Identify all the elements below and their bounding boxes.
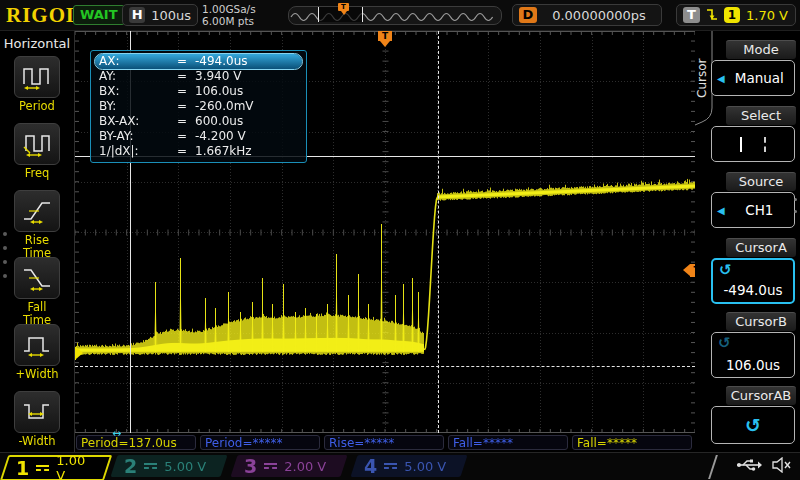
trigger-level-value: 1.70 V [746,8,788,23]
measurement-cell[interactable]: Period=137.0us [76,435,196,450]
measure-item-pos-width[interactable]: +Width [14,324,60,381]
acquisition-status-badge: WAIT [73,5,125,25]
plus-width-icon [22,331,52,359]
measurement-cell[interactable]: Rise=***** [324,435,444,450]
usb-icon [736,458,762,472]
h-expand-icon: ↔ [112,427,121,440]
left-arrow-icon: ◀ [717,205,725,216]
readout-row-ay: AY:=3.940 V [95,69,302,84]
cursor-a-button[interactable]: ↺ -494.0us [711,258,795,304]
menu-scroll-dot [3,246,7,250]
left-arrow-icon: ◀ [717,73,725,84]
measurement-cell[interactable]: Fall=***** [572,435,692,450]
dc-coupling-icon [384,463,397,469]
cursor-a-title: CursorA [726,238,796,257]
overview-trigger-marker: T [338,3,349,11]
cursor-b-title: CursorB [726,312,796,331]
channel-3-badge[interactable]: 3 2.00 V [230,455,347,477]
select-title: Select [726,106,796,125]
horizontal-icon: H [129,7,145,23]
fall-time-icon [22,264,52,292]
measure-item-freq[interactable]: Freq [14,123,60,180]
menu-page-dot [794,198,797,201]
measurement-bar: Period=137.0us Period=***** Rise=***** F… [75,434,695,452]
cursor-b-vline [438,31,439,433]
delay-value: 0.00000000ps [543,8,655,23]
left-menu-title: Horizontal [0,36,74,51]
select-button[interactable] [711,126,795,162]
freq-icon [22,130,52,158]
dc-coupling-icon [144,463,157,469]
channel-4-badge[interactable]: 4 5.00 V [350,455,467,477]
readout-row-ax: AX:=-494.0us [95,54,302,69]
cursor-select-icon [712,127,794,161]
oscilloscope-screen: RIGOL WAIT H 100us 1.00GSa/s 6.00M pts T… [0,0,800,480]
measure-item-rise-time[interactable]: Rise Time [14,190,60,260]
measure-item-period[interactable]: Period [14,56,60,113]
delay-icon: D [519,7,537,23]
menu-page-dot [794,210,797,213]
waveform-overview-bar: T [288,6,502,25]
measurement-cell[interactable]: Fall=***** [448,435,568,450]
cursor-b-hline [75,366,695,367]
rotate-knob-icon: ↺ [718,336,731,350]
cursor-ab-title: CursorAB [726,386,796,405]
timebase-value: 100us [151,8,191,23]
cursor-menu: Cursor Mode ◀ Manual Select Source ◀ CH1… [695,30,800,455]
cursor-readout-box: AX:=-494.0us AY:=3.940 V BX:=106.0us BY:… [90,50,307,163]
menu-scroll-dot [3,274,7,278]
rotate-knob-icon: ↺ [745,418,761,432]
mode-button[interactable]: ◀ Manual [711,60,795,96]
rigol-logo: RIGOL [6,3,81,28]
dc-coupling-icon [264,463,277,469]
measure-item-neg-width[interactable]: -Width [14,391,60,448]
rise-time-icon [22,197,52,225]
trigger-position-marker: T [378,31,392,41]
measure-item-fall-time[interactable]: Fall Time [14,257,60,327]
source-button[interactable]: ◀ CH1 [711,192,795,228]
readout-row-bx: BX:=106.0us [95,84,302,99]
readout-row-by: BY:=-260.0mV [95,99,302,114]
trigger-icon: T [683,7,700,23]
sample-rate-readout: 1.00GSa/s 6.00M pts [202,3,256,27]
speaker-muted-icon [772,457,792,473]
channel-1-badge[interactable]: 1 1.00 V [0,455,112,480]
period-icon [22,63,52,91]
source-title: Source [726,172,796,191]
readout-row-byay: BY-AY:=-4.200 V [95,129,302,144]
timebase-box: H 100us [122,4,198,26]
dc-coupling-icon [36,465,49,471]
separator [708,455,718,479]
memory-depth: 6.00M pts [202,15,256,27]
channel-status-bar: 1 1.00 V 2 5.00 V 3 2.00 V 4 5.00 V [0,452,800,480]
readout-row-bxax: BX-AX:=600.0us [95,114,302,129]
menu-tab-label: Cursor [695,42,711,114]
trigger-box: T 1 1.70 V [676,4,796,26]
falling-edge-icon [706,7,718,23]
status-bar: RIGOL WAIT H 100us 1.00GSa/s 6.00M pts T… [0,0,800,31]
menu-scroll-dot [3,260,7,264]
measurement-cell[interactable]: Period=***** [200,435,320,450]
sample-rate: 1.00GSa/s [202,3,256,15]
cursor-ab-button[interactable]: ↺ [711,406,795,444]
minus-width-icon [22,398,52,426]
cursor-b-button[interactable]: ↺ 106.0us [711,332,795,378]
horizontal-measure-menu: Horizontal Period Freq Rise Time [0,30,75,452]
rotate-knob-icon: ↺ [719,263,732,277]
trigger-source-badge: 1 [724,7,740,23]
delay-box: D 0.00000000ps [512,4,662,26]
mode-title: Mode [726,40,796,59]
channel-2-badge[interactable]: 2 5.00 V [110,455,227,477]
readout-row-freq: 1/|dX|:=1.667kHz [95,144,302,159]
menu-scroll-dot [3,232,7,236]
